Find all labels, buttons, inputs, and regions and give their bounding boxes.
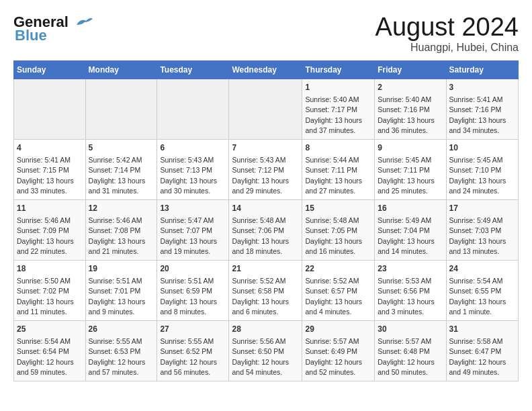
calendar-cell <box>85 79 157 139</box>
day-info: Sunrise: 5:56 AM Sunset: 6:50 PM Dayligh… <box>232 336 299 377</box>
calendar-cell: 23Sunrise: 5:53 AM Sunset: 6:56 PM Dayli… <box>375 260 446 320</box>
day-info: Sunrise: 5:51 AM Sunset: 6:59 PM Dayligh… <box>160 276 226 317</box>
calendar-cell <box>157 79 229 139</box>
day-info: Sunrise: 5:40 AM Sunset: 7:17 PM Dayligh… <box>305 95 371 136</box>
calendar-cell: 17Sunrise: 5:49 AM Sunset: 7:03 PM Dayli… <box>446 199 518 260</box>
day-info: Sunrise: 5:52 AM Sunset: 6:57 PM Dayligh… <box>305 276 371 317</box>
calendar-cell: 9Sunrise: 5:45 AM Sunset: 7:11 PM Daylig… <box>375 139 446 199</box>
day-info: Sunrise: 5:57 AM Sunset: 6:49 PM Dayligh… <box>305 336 371 377</box>
day-info: Sunrise: 5:55 AM Sunset: 6:52 PM Dayligh… <box>160 336 226 377</box>
day-number: 19 <box>89 263 154 275</box>
location-subtitle: Huangpi, Hubei, China <box>375 42 519 54</box>
day-number: 8 <box>305 142 371 154</box>
day-number: 5 <box>89 142 154 154</box>
day-number: 22 <box>305 263 371 275</box>
calendar-table: SundayMondayTuesdayWednesdayThursdayFrid… <box>13 60 519 381</box>
day-info: Sunrise: 5:45 AM Sunset: 7:10 PM Dayligh… <box>449 155 515 196</box>
day-number: 16 <box>378 203 443 214</box>
calendar-cell: 3Sunrise: 5:41 AM Sunset: 7:16 PM Daylig… <box>446 79 518 139</box>
day-number: 29 <box>305 324 371 335</box>
day-info: Sunrise: 5:45 AM Sunset: 7:11 PM Dayligh… <box>378 155 443 196</box>
calendar-cell <box>229 79 302 139</box>
day-info: Sunrise: 5:46 AM Sunset: 7:08 PM Dayligh… <box>89 216 154 257</box>
calendar-cell: 27Sunrise: 5:55 AM Sunset: 6:52 PM Dayli… <box>157 320 229 381</box>
logo-bird-icon <box>71 15 93 29</box>
header-sunday: Sunday <box>14 60 86 79</box>
calendar-cell: 20Sunrise: 5:51 AM Sunset: 6:59 PM Dayli… <box>157 260 229 320</box>
header-friday: Friday <box>375 60 446 79</box>
day-number: 30 <box>378 324 443 335</box>
day-info: Sunrise: 5:49 AM Sunset: 7:03 PM Dayligh… <box>449 216 515 257</box>
calendar-week-4: 18Sunrise: 5:50 AM Sunset: 7:02 PM Dayli… <box>14 260 519 320</box>
month-title: August 2024 <box>375 13 519 42</box>
day-number: 18 <box>17 263 83 275</box>
day-number: 20 <box>160 263 226 275</box>
calendar-cell: 7Sunrise: 5:43 AM Sunset: 7:12 PM Daylig… <box>229 139 302 199</box>
day-number: 4 <box>17 142 83 154</box>
day-number: 27 <box>160 324 226 335</box>
weekday-header-row: SundayMondayTuesdayWednesdayThursdayFrid… <box>14 60 519 79</box>
logo: General Blue <box>13 13 93 44</box>
calendar-cell: 12Sunrise: 5:46 AM Sunset: 7:08 PM Dayli… <box>85 199 157 260</box>
calendar-cell: 1Sunrise: 5:40 AM Sunset: 7:17 PM Daylig… <box>302 79 375 139</box>
day-number: 2 <box>378 82 443 93</box>
header-thursday: Thursday <box>302 60 375 79</box>
day-number: 13 <box>160 203 226 214</box>
day-info: Sunrise: 5:41 AM Sunset: 7:15 PM Dayligh… <box>17 155 83 196</box>
day-info: Sunrise: 5:48 AM Sunset: 7:05 PM Dayligh… <box>305 216 371 257</box>
day-number: 6 <box>160 142 226 154</box>
calendar-week-1: 1Sunrise: 5:40 AM Sunset: 7:17 PM Daylig… <box>14 79 519 139</box>
day-info: Sunrise: 5:53 AM Sunset: 6:56 PM Dayligh… <box>378 276 443 317</box>
calendar-cell: 8Sunrise: 5:44 AM Sunset: 7:11 PM Daylig… <box>302 139 375 199</box>
day-number: 11 <box>17 203 83 214</box>
day-number: 31 <box>449 324 515 335</box>
day-number: 25 <box>17 324 83 335</box>
calendar-cell: 14Sunrise: 5:48 AM Sunset: 7:06 PM Dayli… <box>229 199 302 260</box>
day-number: 12 <box>89 203 154 214</box>
logo-text-blue: Blue <box>13 27 47 44</box>
day-number: 1 <box>305 82 371 93</box>
calendar-cell: 11Sunrise: 5:46 AM Sunset: 7:09 PM Dayli… <box>14 199 86 260</box>
day-number: 9 <box>378 142 443 154</box>
day-info: Sunrise: 5:49 AM Sunset: 7:04 PM Dayligh… <box>378 216 443 257</box>
calendar-cell: 30Sunrise: 5:57 AM Sunset: 6:48 PM Dayli… <box>375 320 446 381</box>
day-number: 15 <box>305 203 371 214</box>
calendar-cell: 18Sunrise: 5:50 AM Sunset: 7:02 PM Dayli… <box>14 260 86 320</box>
calendar-cell: 26Sunrise: 5:55 AM Sunset: 6:53 PM Dayli… <box>85 320 157 381</box>
day-info: Sunrise: 5:43 AM Sunset: 7:13 PM Dayligh… <box>160 155 226 196</box>
day-info: Sunrise: 5:50 AM Sunset: 7:02 PM Dayligh… <box>17 276 83 317</box>
day-number: 7 <box>232 142 299 154</box>
day-info: Sunrise: 5:58 AM Sunset: 6:47 PM Dayligh… <box>449 336 515 377</box>
day-info: Sunrise: 5:57 AM Sunset: 6:48 PM Dayligh… <box>378 336 443 377</box>
header-monday: Monday <box>85 60 157 79</box>
calendar-cell: 10Sunrise: 5:45 AM Sunset: 7:10 PM Dayli… <box>446 139 518 199</box>
calendar-cell: 5Sunrise: 5:42 AM Sunset: 7:14 PM Daylig… <box>85 139 157 199</box>
day-info: Sunrise: 5:43 AM Sunset: 7:12 PM Dayligh… <box>232 155 299 196</box>
page-header: General Blue August 2024 Huangpi, Hubei,… <box>13 13 519 54</box>
day-number: 24 <box>449 263 515 275</box>
day-info: Sunrise: 5:44 AM Sunset: 7:11 PM Dayligh… <box>305 155 371 196</box>
day-number: 10 <box>449 142 515 154</box>
day-info: Sunrise: 5:42 AM Sunset: 7:14 PM Dayligh… <box>89 155 154 196</box>
calendar-cell: 15Sunrise: 5:48 AM Sunset: 7:05 PM Dayli… <box>302 199 375 260</box>
header-saturday: Saturday <box>446 60 518 79</box>
day-info: Sunrise: 5:54 AM Sunset: 6:55 PM Dayligh… <box>449 276 515 317</box>
day-info: Sunrise: 5:54 AM Sunset: 6:54 PM Dayligh… <box>17 336 83 377</box>
day-number: 17 <box>449 203 515 214</box>
day-number: 3 <box>449 82 515 93</box>
day-info: Sunrise: 5:47 AM Sunset: 7:07 PM Dayligh… <box>160 216 226 257</box>
calendar-week-5: 25Sunrise: 5:54 AM Sunset: 6:54 PM Dayli… <box>14 320 519 381</box>
day-number: 21 <box>232 263 299 275</box>
day-info: Sunrise: 5:52 AM Sunset: 6:58 PM Dayligh… <box>232 276 299 317</box>
calendar-cell: 16Sunrise: 5:49 AM Sunset: 7:04 PM Dayli… <box>375 199 446 260</box>
day-number: 28 <box>232 324 299 335</box>
title-area: August 2024 Huangpi, Hubei, China <box>375 13 519 54</box>
calendar-cell <box>14 79 86 139</box>
day-number: 23 <box>378 263 443 275</box>
day-info: Sunrise: 5:51 AM Sunset: 7:01 PM Dayligh… <box>89 276 154 317</box>
header-wednesday: Wednesday <box>229 60 302 79</box>
calendar-cell: 2Sunrise: 5:40 AM Sunset: 7:16 PM Daylig… <box>375 79 446 139</box>
day-info: Sunrise: 5:41 AM Sunset: 7:16 PM Dayligh… <box>449 95 515 136</box>
header-tuesday: Tuesday <box>157 60 229 79</box>
calendar-cell: 25Sunrise: 5:54 AM Sunset: 6:54 PM Dayli… <box>14 320 86 381</box>
